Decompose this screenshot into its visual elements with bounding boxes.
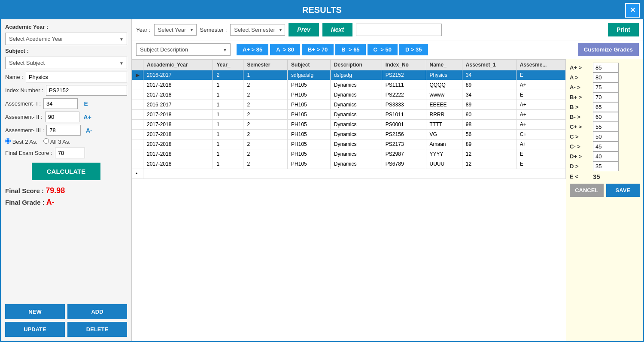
subject-desc-select[interactable]: Subject Description [136, 43, 231, 56]
new-button[interactable]: NEW [5, 304, 65, 319]
top-bar: Year : Select Year Semester : Select Sem… [132, 19, 643, 40]
cust-grade-input-7[interactable] [593, 132, 619, 142]
row-arrow-8 [132, 149, 143, 159]
name-input[interactable] [26, 72, 127, 82]
calculate-button[interactable]: CALCULATE [32, 163, 100, 180]
cell-ass1-5: 98 [462, 120, 516, 130]
table-row[interactable]: ▶ 2016-2017 2 1 sdfgadsfg dsfgsdg PS2152… [132, 70, 566, 80]
final-grade-value: A- [46, 198, 55, 206]
assessment1-input[interactable] [43, 98, 78, 109]
cell-subject-2: PH105 [288, 90, 331, 100]
grade-bplus-pill[interactable]: B+ > 70 [302, 44, 334, 55]
cell-name-7: Amaan [426, 139, 462, 149]
cust-grade-input-2[interactable] [593, 82, 619, 92]
customize-grades-button[interactable]: Customize Grades [578, 43, 639, 56]
grade-b-pill[interactable]: B > 65 [335, 44, 365, 55]
cust-grade-input-8[interactable] [593, 142, 619, 151]
cust-grade-label-7: C > [570, 133, 591, 140]
cell-name-8: YYYY [426, 149, 462, 159]
grade-c-pill[interactable]: C > 50 [368, 44, 398, 55]
best2-radio[interactable] [5, 138, 11, 144]
cell-name-9: UUUU [426, 159, 462, 169]
final-exam-label: Final Exam Score : [5, 150, 52, 156]
year-select[interactable]: Select Year [154, 24, 197, 36]
cell-ac-year-2: 2017-2018 [143, 90, 213, 100]
table-row[interactable]: 2017-2018 1 2 PH105 Dynamics PS2173 Amaa… [132, 139, 566, 149]
row-arrow-6 [132, 130, 143, 139]
e-grade-value: 35 [593, 173, 600, 180]
cell-desc-2: Dynamics [330, 90, 382, 100]
cancel-button[interactable]: CANCEL [570, 184, 604, 197]
cust-grade-input-3[interactable] [593, 92, 619, 102]
cell-sem-9: 2 [243, 159, 288, 169]
grade-aplus-pill[interactable]: A+ > 85 [237, 44, 268, 55]
index-row: Index Number : [5, 85, 127, 96]
cell-desc-8: Dynamics [330, 149, 382, 159]
print-button[interactable]: Print [608, 23, 639, 36]
cell-subject-8: PH105 [288, 149, 331, 159]
cell-subject-0: sdfgadsfg [288, 70, 331, 80]
academic-year-select[interactable]: Select Acedemic Year [5, 33, 127, 45]
radio-row: Best 2 As. All 3 As. [5, 138, 127, 145]
table-row[interactable]: 2017-2018 1 2 PH105 Dynamics PS0001 TTTT… [132, 120, 566, 130]
cust-grade-input-6[interactable] [593, 122, 619, 132]
save-button[interactable]: SAVE [606, 184, 640, 197]
all3-radio-label[interactable]: All 3 As. [43, 138, 70, 145]
table-row[interactable]: 2017-2018 1 2 PH105 Dynamics PS2987 YYYY… [132, 149, 566, 159]
grade-d-pill[interactable]: D > 35 [399, 44, 428, 55]
table-row[interactable]: 2017-2018 1 2 PH105 Dynamics PS6789 UUUU… [132, 159, 566, 169]
cell-desc-7: Dynamics [330, 139, 382, 149]
row-arrow-7 [132, 139, 143, 149]
semester-select[interactable]: Select Semester [230, 24, 285, 36]
close-button[interactable]: ✕ [625, 3, 640, 18]
cell-sem-5: 2 [243, 120, 288, 130]
prev-button[interactable]: Prev [289, 23, 319, 36]
cell-name-1: QQQQ [426, 80, 462, 90]
cell-ac-year-8: 2017-2018 [143, 149, 213, 159]
index-input[interactable] [46, 85, 127, 96]
table-row[interactable]: 2017-2018 1 2 PH105 Dynamics PS2156 VG 5… [132, 130, 566, 139]
delete-button[interactable]: DELETE [67, 322, 127, 337]
add-button[interactable]: ADD [67, 304, 127, 319]
cust-grade-input-5[interactable] [593, 112, 619, 122]
window-title: RESULTS [302, 5, 342, 15]
table-row[interactable]: 2017-2018 1 2 PH105 Dynamics PS1011 RRRR… [132, 110, 566, 120]
update-button[interactable]: UPDATE [5, 322, 65, 337]
customize-grades-container: A+ > A > A- > B+ > B > B- > C+ > C > C- … [570, 63, 640, 171]
cell-sem-3: 2 [243, 100, 288, 110]
cell-year-7: 1 [213, 139, 243, 149]
row-arrow-4 [132, 110, 143, 120]
assessment2-grade: A+ [82, 114, 93, 121]
cust-grade-label-2: A- > [570, 84, 591, 91]
cell-subject-4: PH105 [288, 110, 331, 120]
subject-select[interactable]: Select Subject [5, 57, 127, 69]
cust-grade-input-10[interactable] [593, 161, 619, 171]
empty-cell [143, 169, 566, 179]
search-input[interactable] [356, 24, 442, 36]
academic-year-label: Academic Year : [5, 24, 127, 30]
cust-grade-row-0: A+ > [570, 63, 640, 73]
semester-select-wrapper: Select Semester [230, 24, 285, 36]
table-row[interactable]: 2016-2017 1 2 PH105 Dynamics PS3333 EEEE… [132, 100, 566, 110]
cust-grade-input-4[interactable] [593, 102, 619, 112]
assessment3-input[interactable] [46, 125, 81, 136]
cell-desc-9: Dynamics [330, 159, 382, 169]
best2-radio-label[interactable]: Best 2 As. [5, 138, 37, 145]
col-description: Description [330, 60, 382, 70]
final-exam-input[interactable] [55, 148, 85, 158]
next-button[interactable]: Next [322, 23, 352, 36]
grade-a-pill[interactable]: A > 80 [270, 44, 300, 55]
cell-desc-1: Dynamics [330, 80, 382, 90]
cell-ass2-7: A+ [516, 139, 565, 149]
cell-year-8: 1 [213, 149, 243, 159]
cust-grade-input-9[interactable] [593, 151, 619, 161]
table-row[interactable]: 2017-2018 1 2 PH105 Dynamics PS1111 QQQQ… [132, 80, 566, 90]
table-row[interactable]: 2017-2018 1 2 PH105 Dynamics PS2222 wwww… [132, 90, 566, 100]
all3-radio[interactable] [43, 138, 49, 144]
assessment2-input[interactable] [45, 112, 79, 122]
cust-grade-input-1[interactable] [593, 73, 619, 82]
table-header-row: Accademic_Year Year_ Semester Subject De… [132, 60, 566, 70]
cell-ass2-2: E [516, 90, 565, 100]
cust-grade-input-0[interactable] [593, 63, 619, 73]
final-score-row: Final Score : 79.98 [5, 186, 127, 195]
